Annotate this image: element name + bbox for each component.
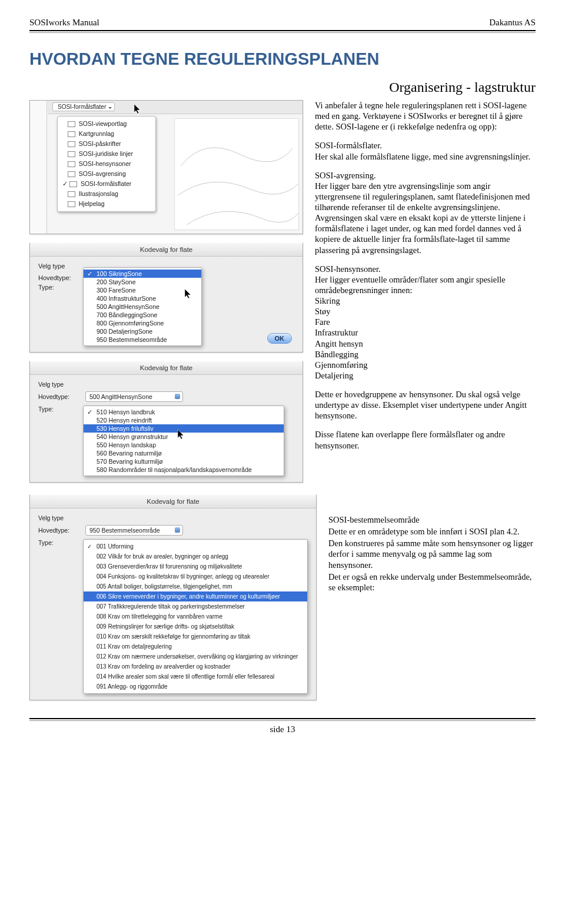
paragraph: Her ligger bare den ytre avgrensingslinj… [315, 181, 530, 255]
hovedtype-dropdown[interactable]: 100 SikringSone200 StøySone300 FareSone4… [83, 267, 202, 346]
map-preview [174, 118, 299, 230]
dropdown-option[interactable]: 520 Hensyn reindrift [84, 416, 284, 424]
dropdown-option[interactable]: 400 InfrastrukturSone [84, 294, 201, 303]
paragraph: Den konstrueres på samme måte som hensyn… [328, 538, 536, 570]
header-right: Dakantus AS [489, 18, 536, 28]
hensyn-list: SikringStøyFareInfrastrukturAngitt hensy… [315, 296, 367, 380]
hovedtype-label: Hovedtype: [38, 393, 79, 400]
cursor-icon [177, 429, 185, 441]
dropdown-option[interactable]: 510 Hensyn landbruk [84, 408, 284, 416]
dropdown-option[interactable]: 570 Bevaring kulturmiljø [84, 457, 284, 466]
dropdown-option[interactable]: 014 Hvilke arealer som skal være til off… [84, 672, 307, 682]
dropdown-option[interactable]: 008 Krav om tilrettelegging for vannbåre… [84, 611, 307, 621]
dropdown-option[interactable]: 500 AngittHensynSone [84, 303, 201, 311]
velg-type-label: Velg type [38, 514, 308, 521]
dropdown-option[interactable]: 800 GjennomføringSone [84, 319, 201, 327]
dropdown-option[interactable]: 700 BåndleggingSone [84, 311, 201, 319]
velg-type-label: Velg type [38, 381, 294, 388]
dropdown-option[interactable]: 010 Krav om særskilt rekkefølge for gjen… [84, 631, 307, 642]
hovedtype-label: Hovedtype: [38, 527, 79, 534]
dropdown-option[interactable]: 006 Sikre verneverdier i bygninger, andr… [84, 591, 307, 601]
cursor-icon [184, 288, 192, 300]
dropdown-option[interactable]: 300 FareSone [84, 286, 201, 294]
dialog-title: Kodevalg for flate [30, 243, 303, 257]
layer-item[interactable]: Hjelpelag [62, 199, 151, 209]
layers-list-popup: SOSI-viewportlag Kartgrunnlag SOSI-påskr… [57, 116, 156, 212]
page-title: HVORDAN TEGNE REGULERINGSPLANEN [29, 49, 536, 69]
layers-screenshot: SOSI-formålsflater 285580,00 285590,0 SO… [29, 100, 303, 234]
hovedtype-label: Hovedtype: [38, 274, 79, 281]
dialog-kodevalg-1: Kodevalg for flate Velg type Hovedtype: … [29, 242, 303, 353]
dropdown-option[interactable]: 100 SikringSone [84, 270, 201, 278]
section-heading: SOSI-avgrensing. [315, 171, 376, 180]
paragraph: Her ligger eventuelle områder/flater som… [315, 275, 506, 295]
paragraph: Det er også en rekke undervalg under Bes… [328, 571, 536, 593]
dropdown-option[interactable]: 011 Krav om detaljregulering [84, 642, 307, 652]
dropdown-option[interactable]: 005 Antall boliger, boligstørrelse, tilg… [84, 581, 307, 591]
dropdown-option[interactable]: 900 DetaljeringSone [84, 327, 201, 335]
ok-button[interactable]: OK [267, 333, 293, 344]
layer-item[interactable]: SOSI-viewportlag [62, 119, 151, 129]
section-heading: SOSI-hensynsoner. [315, 264, 381, 274]
dropdown-option[interactable]: 003 Grenseverdier/krav til forurensning … [84, 561, 307, 571]
layer-item[interactable]: SOSI-juridiske linjer [62, 149, 151, 159]
header-left: SOSIworks Manual [29, 18, 99, 28]
dropdown-option[interactable]: 009 Retningslinjer for særlige drifts- o… [84, 621, 307, 631]
dialog-title: Kodevalg for flate [30, 495, 316, 508]
paragraph: Dette er hovedgruppene av hensynsoner. D… [315, 389, 536, 421]
type-label: Type: [38, 539, 79, 546]
bottom-text: SOSI-bestemmelseområde Dette er en områd… [328, 485, 536, 700]
body-text-column: Vi anbefaler å tegne hele reguleringspla… [315, 100, 536, 483]
type-dropdown[interactable]: 510 Hensyn landbruk520 Hensyn reindrift5… [83, 406, 284, 476]
dropdown-option[interactable]: 007 Trafikkregulerende tiltak og parkeri… [84, 601, 307, 611]
dropdown-option[interactable]: 012 Krav om nærmere undersøkelser, overv… [84, 652, 307, 662]
dropdown-option[interactable]: 550 Hensyn landskap [84, 441, 284, 449]
type-label: Type: [38, 284, 79, 291]
section-heading: SOSI-bestemmelseområde [328, 515, 420, 524]
cursor-icon [134, 104, 142, 115]
dropdown-option[interactable]: 013 Krav om fordeling av arealverdier og… [84, 662, 307, 672]
dropdown-option[interactable]: 002 Vilkår for bruk av arealer, bygninge… [84, 551, 307, 561]
section-heading: SOSI-formålsflater. [315, 141, 382, 150]
dialog-title: Kodevalg for flate [30, 361, 303, 375]
dropdown-option[interactable]: 091 Anlegg- og riggområde [84, 682, 307, 692]
dropdown-option[interactable]: 001 Utforming [84, 541, 307, 551]
header-divider [29, 30, 536, 33]
page-number: side 13 [29, 724, 536, 734]
hovedtype-select[interactable]: 500 AngittHensynSone [85, 391, 183, 402]
footer-divider [29, 718, 536, 721]
dropdown-option[interactable]: 950 Bestemmelseområde [84, 335, 201, 344]
dropdown-option[interactable]: 200 StøySone [84, 278, 201, 286]
layer-item[interactable]: SOSI-hensynsoner [62, 159, 151, 169]
layer-item[interactable]: SOSI-påskrifter [62, 139, 151, 149]
page-subtitle: Organisering - lagstruktur [29, 79, 536, 95]
layer-item[interactable]: ✓ SOSI-formålsflater [62, 179, 151, 189]
paragraph: Vi anbefaler å tegne hele reguleringspla… [315, 100, 536, 132]
dropdown-option[interactable]: 580 Randområder til nasjonalpark/landska… [84, 466, 284, 474]
dropdown-option[interactable]: 004 Funksjons- og kvalitetskrav til bygn… [84, 571, 307, 581]
dialog-kodevalg-3: Kodevalg for flate Velg type Hovedtype: … [29, 494, 317, 700]
dropdown-option[interactable]: 560 Bevaring naturmiljø [84, 449, 284, 457]
hovedtype-select[interactable]: 950 Bestemmelseområde [85, 525, 183, 536]
layer-item[interactable]: Kartgrunnlag [62, 129, 151, 139]
layer-item[interactable]: SOSI-avgrensing [62, 169, 151, 179]
type-dropdown[interactable]: 001 Utforming002 Vilkår for bruk av area… [83, 539, 308, 694]
paragraph: Her skal alle formålsflatene ligge, med … [315, 152, 530, 161]
paragraph: Dette er en områdetype som ble innført i… [328, 526, 536, 537]
layers-dropdown-button[interactable]: SOSI-formålsflater [52, 102, 115, 111]
dialog-kodevalg-2: Kodevalg for flate Velg type Hovedtype: … [29, 361, 303, 483]
paragraph: Disse flatene kan overlappe flere formål… [315, 429, 536, 450]
ruler-left [30, 101, 47, 234]
type-label: Type: [38, 406, 79, 413]
layer-item[interactable]: Ilustrasjonslag [62, 189, 151, 199]
